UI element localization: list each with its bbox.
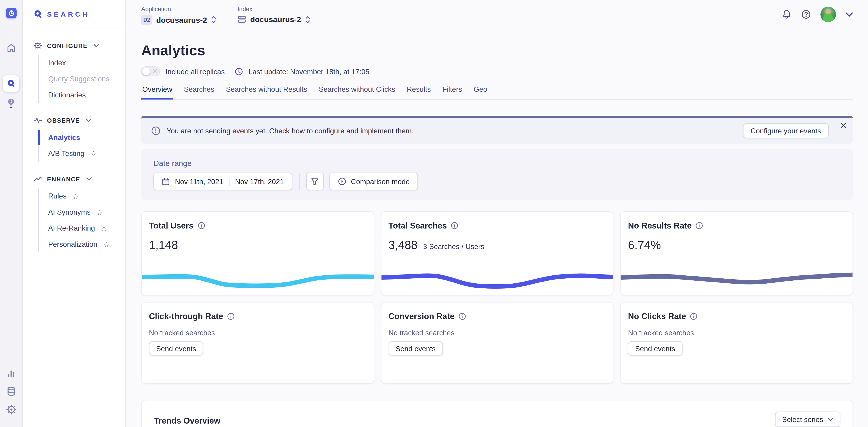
info-icon[interactable] (458, 312, 466, 320)
info-icon[interactable] (695, 222, 703, 229)
click-through-rate-card: Click-through Rate No tracked searches S… (141, 302, 374, 384)
tab-results[interactable]: Results (406, 85, 432, 99)
tab-searches-without-results[interactable]: Searches without Results (225, 85, 308, 99)
page-meta-row: Include all replicas Last update: Novemb… (141, 66, 853, 76)
section-label: ENHANCE (47, 176, 81, 182)
sidebar-item-personalization[interactable]: Personalization☆ (39, 236, 125, 252)
info-icon[interactable] (690, 312, 698, 320)
select-series-button[interactable]: Select series (775, 412, 840, 427)
send-events-button[interactable]: Send events (628, 341, 682, 356)
tab-searches-without-clicks[interactable]: Searches without Clicks (318, 85, 396, 99)
date-range-label: Date range (153, 159, 841, 167)
index-selector: Index docusaurus-2 (238, 5, 310, 31)
gear-icon[interactable] (6, 404, 17, 415)
icon-rail (0, 0, 23, 427)
sidebar-item-ab-testing[interactable]: A/B Testing ☆ (39, 145, 125, 161)
bell-icon[interactable] (782, 9, 792, 19)
no-results-rate-sparkline (621, 268, 852, 292)
total-searches-sparkline (381, 268, 613, 292)
chevron-down-icon[interactable] (845, 12, 853, 17)
clock-icon (235, 67, 243, 75)
card-title: No Clicks Rate (628, 311, 686, 321)
trends-overview-card: Trends Overview Select series (141, 400, 853, 427)
send-events-button[interactable]: Send events (149, 341, 204, 356)
avatar[interactable] (820, 7, 836, 22)
sidebar-item-ai-re-ranking[interactable]: AI Re-Ranking☆ (39, 220, 125, 236)
info-icon[interactable] (197, 222, 205, 229)
tab-geo[interactable]: Geo (472, 85, 488, 99)
database-icon[interactable] (6, 386, 17, 396)
index-label: Index (238, 5, 310, 12)
star-icon[interactable]: ☆ (100, 224, 107, 232)
sidebar-item-rules[interactable]: Rules☆ (39, 188, 125, 204)
application-label: Application (141, 5, 216, 12)
metric-value: 3,488 (389, 238, 417, 252)
tab-searches[interactable]: Searches (183, 85, 215, 99)
sidebar-item-query-suggestions: Query Suggestions (39, 71, 125, 87)
search-icon[interactable] (3, 75, 19, 92)
date-range-controls: Nov 11th, 2021 | Nov 17th, 2021 (153, 172, 841, 190)
card-title: Click-through Rate (149, 311, 223, 321)
metric-value: 1,148 (149, 238, 178, 252)
index-value[interactable]: docusaurus-2 (238, 15, 310, 24)
star-icon[interactable]: ☆ (103, 240, 110, 248)
bar-chart-icon[interactable] (6, 368, 16, 378)
controls-divider (299, 173, 299, 190)
star-icon[interactable]: ☆ (90, 150, 97, 157)
banner-message: You are not sending events yet. Check ho… (166, 127, 413, 135)
empty-state-text: No tracked searches (628, 328, 845, 337)
metric-cards-row-2: Click-through Rate No tracked searches S… (141, 302, 853, 384)
empty-state-text: No tracked searches (389, 328, 606, 337)
sidebar-item-dictionaries[interactable]: Dictionaries (39, 87, 125, 103)
date-separator: | (228, 177, 230, 186)
sidebar-item-index[interactable]: Index (39, 55, 125, 71)
sidebar: SEARCH CONFIGURE Index Query Suggestion (23, 0, 126, 427)
events-banner: You are not sending events yet. Check ho… (141, 116, 853, 144)
section-configure: CONFIGURE Index Query Suggestions Dictio… (23, 41, 125, 103)
calendar-icon (162, 177, 170, 186)
include-replicas-toggle[interactable] (141, 66, 160, 76)
tab-filters[interactable]: Filters (441, 85, 463, 99)
info-icon[interactable] (451, 222, 459, 229)
send-events-button[interactable]: Send events (389, 341, 443, 356)
updown-icon (211, 16, 216, 24)
info-icon[interactable] (227, 312, 235, 320)
section-configure-header[interactable]: CONFIGURE (34, 41, 125, 50)
star-icon[interactable]: ☆ (96, 208, 103, 216)
date-range-button[interactable]: Nov 11th, 2021 | Nov 17th, 2021 (153, 172, 292, 190)
home-icon[interactable] (6, 43, 16, 53)
sidebar-divider (28, 28, 125, 28)
index-icon (238, 15, 246, 24)
metric-value: 6.74% (628, 238, 661, 252)
card-title: Conversion Rate (389, 311, 455, 321)
total-searches-card: Total Searches 3,488 3 Searches / Users (381, 211, 614, 295)
section-observe: OBSERVE Analytics A/B Testing ☆ (23, 116, 125, 161)
close-icon[interactable] (840, 122, 846, 128)
search-product-logo[interactable]: SEARCH (23, 10, 125, 19)
chevron-down-icon (828, 417, 833, 421)
sidebar-item-analytics[interactable]: Analytics (39, 130, 125, 145)
lightbulb-icon[interactable] (6, 98, 16, 108)
tab-overview[interactable]: Overview (141, 85, 174, 99)
stopwatch-icon[interactable] (6, 8, 17, 18)
updown-icon (305, 15, 310, 24)
configure-events-button[interactable]: Configure your events (743, 123, 829, 138)
comparison-mode-button[interactable]: Comparison mode (329, 172, 418, 190)
toggle-off-x-icon (152, 68, 157, 73)
help-icon[interactable] (801, 9, 811, 19)
chevron-down-icon (86, 177, 92, 181)
analytics-tabs: Overview Searches Searches without Resul… (141, 85, 853, 99)
star-icon[interactable]: ☆ (72, 192, 79, 200)
section-enhance-header[interactable]: ENHANCE (34, 175, 125, 183)
section-observe-header[interactable]: OBSERVE (34, 116, 125, 124)
no-clicks-rate-card: No Clicks Rate No tracked searches Send … (620, 302, 853, 384)
metric-cards-row-1: Total Users 1,148 Total Searches (141, 211, 853, 295)
date-range-panel: Date range Nov 11th, 2021 | Nov 17th, 20… (141, 149, 853, 200)
application-value[interactable]: D2 docusaurus-2 (141, 15, 216, 25)
filter-button[interactable] (306, 172, 324, 190)
metric-secondary: 3 Searches / Users (423, 242, 484, 250)
sidebar-item-ai-synonyms[interactable]: AI Synonyms☆ (39, 204, 125, 220)
funnel-icon (311, 177, 319, 186)
date-start: Nov 11th, 2021 (175, 177, 223, 186)
empty-state-text: No tracked searches (149, 328, 366, 337)
